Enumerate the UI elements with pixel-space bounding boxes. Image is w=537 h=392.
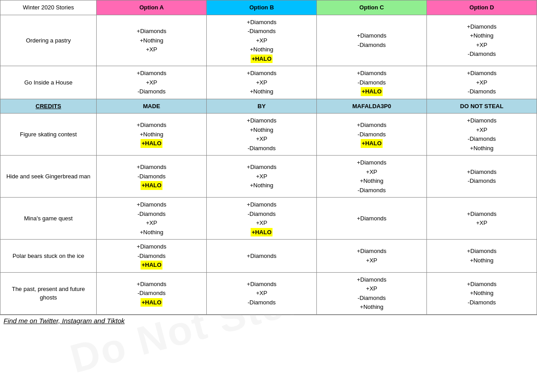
option-a-cell: +Diamonds+XP-Diamonds [97, 66, 207, 99]
option-a-cell: +Diamonds+Nothing+HALO [97, 114, 207, 156]
story-title: The past, present and future ghosts [0, 272, 97, 314]
col-header-option-d: Option D [427, 0, 537, 15]
option-a-cell: +Diamonds-Diamonds+HALO [97, 156, 207, 198]
col-header-option-c: Option C [317, 0, 427, 15]
credits-cell-2: BY [207, 99, 317, 114]
story-title: Polar bears stuck on the ice [0, 240, 97, 273]
option-b-cell: +Diamonds+Nothing+XP-Diamonds [207, 114, 317, 156]
option-c-cell: +Diamonds+XP [317, 240, 427, 273]
story-title: Mina's game quest [0, 198, 97, 240]
footer-text: Find me on Twitter, Instagram and Tiktok [0, 315, 537, 326]
option-d-cell: +Diamonds+Nothing+XP-Diamonds [427, 15, 537, 66]
option-d-cell: +Diamonds+XP [427, 198, 537, 240]
col-header-option-b: Option B [207, 0, 317, 15]
option-b-cell: +Diamonds-Diamonds+XP+HALO [207, 198, 317, 240]
option-a-cell: +Diamonds-Diamonds+XP+Nothing [97, 198, 207, 240]
story-title: Figure skating contest [0, 114, 97, 156]
option-b-cell: +Diamonds+XP+Nothing [207, 66, 317, 99]
credits-cell-3: MAFALDA3P0 [317, 99, 427, 114]
credits-cell-1: MADE [97, 99, 207, 114]
option-c-cell: +Diamonds-Diamonds+HALO [317, 66, 427, 99]
option-c-cell: +Diamonds-Diamonds [317, 15, 427, 66]
option-d-cell: +Diamonds+Nothing-Diamonds [427, 272, 537, 314]
option-a-cell: +Diamonds+Nothing+XP [97, 15, 207, 66]
option-a-cell: +Diamonds-Diamonds+HALO [97, 272, 207, 314]
option-b-cell: +Diamonds+XP-Diamonds [207, 272, 317, 314]
credits-cell-4: DO NOT STEAL [427, 99, 537, 114]
story-title: Go Inside a House [0, 66, 97, 99]
option-c-cell: +Diamonds [317, 198, 427, 240]
story-title: Hide and seek Gingerbread man [0, 156, 97, 198]
option-b-cell: +Diamonds-Diamonds+XP+Nothing+HALO [207, 15, 317, 66]
option-c-cell: +Diamonds+XP+Nothing-Diamonds [317, 156, 427, 198]
option-d-cell: +Diamonds-Diamonds [427, 156, 537, 198]
option-b-cell: +Diamonds+XP+Nothing [207, 156, 317, 198]
option-b-cell: +Diamonds [207, 240, 317, 273]
main-table: Winter 2020 StoriesOption AOption BOptio… [0, 0, 537, 315]
option-c-cell: +Diamonds-Diamonds+HALO [317, 114, 427, 156]
option-a-cell: +Diamonds-Diamonds+HALO [97, 240, 207, 273]
option-d-cell: +Diamonds+XP-Diamonds [427, 66, 537, 99]
credits-cell-0: CREDITS [0, 99, 97, 114]
option-d-cell: +Diamonds+Nothing [427, 240, 537, 273]
col-header-stories: Winter 2020 Stories [0, 0, 97, 15]
option-d-cell: +Diamonds+XP-Diamonds+Nothing [427, 114, 537, 156]
col-header-option-a: Option A [97, 0, 207, 15]
story-title: Ordering a pastry [0, 15, 97, 66]
option-c-cell: +Diamonds+XP-Diamonds+Nothing [317, 272, 427, 314]
